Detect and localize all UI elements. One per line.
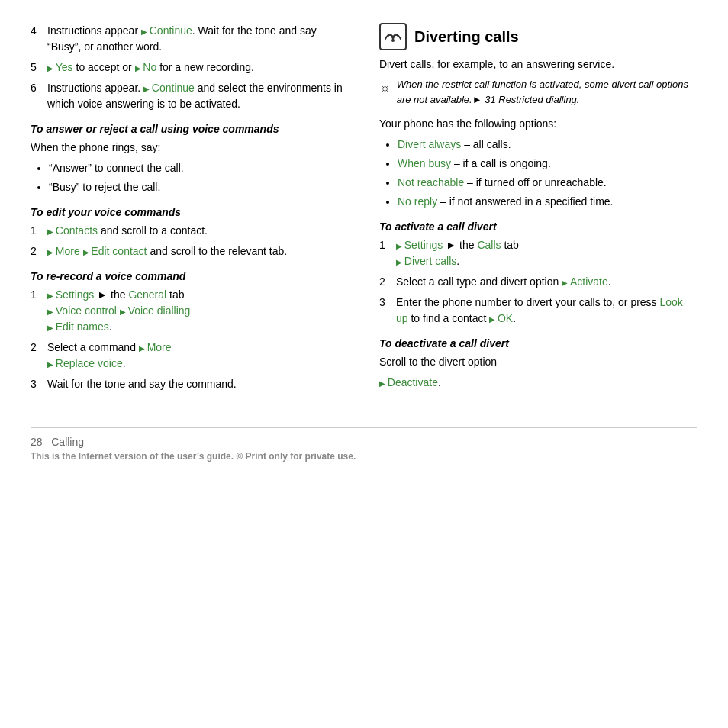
activate-step-2: 2 Select a call type and divert option A… [379, 274, 697, 290]
page-number: 28 [31, 436, 43, 448]
footer-page-info: 28 Calling [31, 436, 697, 448]
divert-intro: Divert calls, for example, to an answeri… [379, 56, 697, 72]
activate-step-3: 3 Enter the phone number to divert your … [379, 295, 697, 327]
voice-dialling-link[interactable]: Voice dialling [120, 304, 191, 317]
option-when-busy: When busy – if a call is ongoing. [398, 156, 697, 172]
footer: 28 Calling This is the Internet version … [31, 427, 697, 462]
rerecord-step-1: 1 Settings ► the General tab Voice contr… [31, 287, 349, 335]
look-up-link[interactable]: Look up [396, 296, 683, 324]
section-answer-reject-heading: To answer or reject a call using voice c… [31, 123, 349, 135]
edit-names-link[interactable]: Edit names [47, 321, 109, 333]
step-4: 4 Instructions appear Continue. Wait for… [31, 23, 349, 55]
section-edit-heading: To edit your voice commands [31, 206, 349, 218]
yes-link[interactable]: Yes [47, 61, 73, 73]
activate-link[interactable]: Activate [562, 275, 608, 288]
continue-link-1[interactable]: Continue [141, 24, 192, 37]
options-intro: Your phone has the following options: [379, 116, 697, 132]
replace-voice-link[interactable]: Replace voice [47, 357, 123, 369]
option-no-reply: No reply – if not answered in a specifie… [398, 194, 697, 210]
settings-link-2[interactable]: Settings [396, 239, 443, 251]
rerecord-step-3: 3 Wait for the tone and say the command. [31, 376, 349, 392]
right-column: Diverting calls Divert calls, for exampl… [379, 23, 697, 397]
divert-icon [379, 23, 407, 50]
edit-step-1: 1 Contacts and scroll to a contact. [31, 223, 349, 239]
ok-link[interactable]: OK [489, 312, 513, 324]
deactivate-intro: Scroll to the divert option [379, 354, 697, 370]
divert-options-list: Divert always – all calls. When busy – i… [379, 137, 697, 210]
divert-title-row: Diverting calls [379, 23, 697, 50]
option-not-reachable: Not reachable – if turned off or unreach… [398, 175, 697, 191]
edit-contact-link[interactable]: Edit contact [83, 245, 147, 257]
option-divert-always: Divert always – all calls. [398, 137, 697, 153]
voice-control-link[interactable]: Voice control [47, 304, 117, 317]
rerecord-step-3-text: Wait for the tone and say the command. [47, 376, 349, 392]
deactivate-link[interactable]: Deactivate [379, 376, 438, 388]
activate-step-1: 1 Settings ► the Calls tab Divert calls. [379, 237, 697, 269]
section-rerecord-heading: To re-record a voice command [31, 270, 349, 282]
rerecord-step-2: 2 Select a command More Replace voice. [31, 340, 349, 372]
continue-link-2[interactable]: Continue [143, 82, 195, 94]
bullet-busy: “Busy” to reject the call. [49, 179, 349, 195]
deactivate-link-line: Deactivate. [379, 375, 697, 391]
deactivate-heading: To deactivate a call divert [379, 337, 697, 350]
step-5: 5 Yes to accept or No for a new recordin… [31, 60, 349, 76]
calls-tab-link[interactable]: Calls [477, 239, 501, 251]
left-column: 4 Instructions appear Continue. Wait for… [31, 23, 349, 397]
divert-calls-link[interactable]: Divert calls [396, 255, 456, 267]
contacts-link[interactable]: Contacts [47, 224, 98, 237]
answer-reject-intro: When the phone rings, say: [31, 140, 349, 156]
bullet-answer: “Answer” to connect the call. [49, 160, 349, 176]
activate-heading: To activate a call divert [379, 221, 697, 233]
page-layout: 4 Instructions appear Continue. Wait for… [31, 23, 697, 397]
edit-step-2: 2 More Edit contact and scroll to the re… [31, 243, 349, 259]
settings-link-1[interactable]: Settings [47, 288, 94, 301]
footer-note: This is the Internet version of the user… [31, 451, 697, 462]
general-tab-link[interactable]: General [128, 288, 166, 301]
svg-point-0 [391, 39, 395, 42]
no-link[interactable]: No [135, 61, 157, 73]
tip-box: ☼ When the restrict call function is act… [379, 77, 697, 107]
tip-text: When the restrict call function is activ… [397, 77, 697, 107]
step-6: 6 Instructions appear. Continue and sele… [31, 80, 349, 112]
more-link-2[interactable]: More [139, 341, 172, 353]
answer-reject-bullets: “Answer” to connect the call. “Busy” to … [31, 160, 349, 195]
signal-waves-icon [385, 28, 401, 45]
section-name: Calling [51, 436, 84, 448]
more-link-1[interactable]: More [47, 245, 80, 257]
divert-title: Diverting calls [414, 28, 519, 46]
tip-icon: ☼ [379, 79, 391, 107]
